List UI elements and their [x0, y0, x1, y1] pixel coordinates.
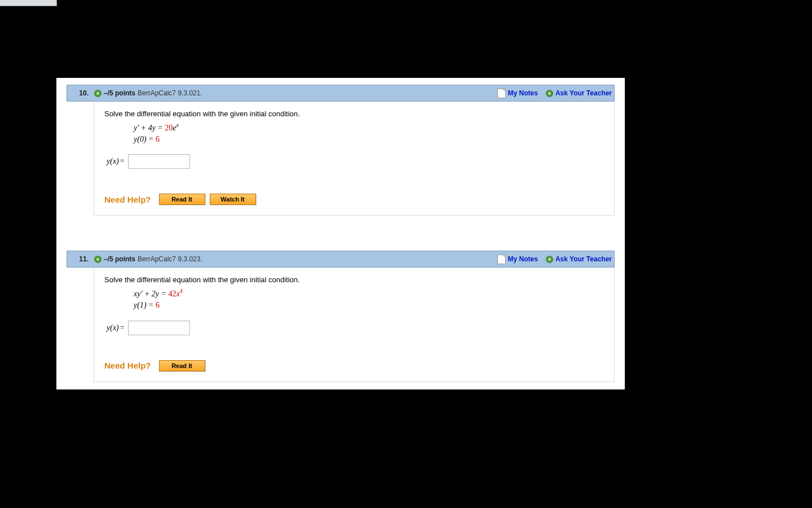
expand-icon[interactable]: + [94, 90, 102, 97]
note-icon[interactable] [497, 89, 506, 98]
need-help-label: Need Help? [104, 195, 151, 204]
read-it-button[interactable]: Read It [159, 360, 205, 371]
eq2-lhs: y(1) = [134, 301, 156, 309]
my-notes-link[interactable]: My Notes [508, 255, 538, 263]
question-number: 11. [67, 255, 90, 263]
question-body: Solve the differential equation with the… [94, 102, 615, 216]
question-instruction: Solve the differential equation with the… [104, 110, 604, 118]
equation-line-2: y(1) = 6 [134, 300, 604, 311]
expand-icon[interactable]: + [94, 256, 102, 263]
question-points: –/5 points [104, 255, 135, 263]
equation-block: y' + 4y = 20ex y(0) = 6 [134, 121, 604, 145]
equation-line-1: y' + 4y = 20ex [134, 121, 604, 134]
my-notes-link[interactable]: My Notes [508, 89, 538, 97]
note-icon[interactable] [497, 255, 506, 264]
question-block-10: 10. + –/5 points BerrApCalc7 9.3.021. My… [67, 85, 615, 216]
answer-input[interactable] [128, 321, 190, 335]
question-body: Solve the differential equation with the… [94, 268, 615, 382]
answer-label: y(x) [107, 323, 119, 332]
read-it-button[interactable]: Read It [159, 194, 205, 205]
eq1-coef: 20 [165, 124, 173, 132]
help-row: Need Help? Read It Watch It [104, 194, 604, 205]
question-reference: BerrApCalc7 9.3.023. [138, 255, 202, 263]
eq2-val: 6 [156, 301, 160, 309]
help-row: Need Help? Read It [104, 360, 604, 371]
question-header: 10. + –/5 points BerrApCalc7 9.3.021. My… [67, 85, 615, 102]
equals-sign: = [120, 157, 125, 166]
question-header: 11. + –/5 points BerrApCalc7 9.3.023. My… [67, 251, 615, 268]
eq2-val: 6 [156, 135, 160, 143]
browser-tab-stub [0, 0, 57, 6]
equals-sign: = [120, 323, 125, 332]
answer-input[interactable] [128, 154, 190, 169]
question-number: 10. [67, 89, 90, 97]
question-instruction: Solve the differential equation with the… [104, 275, 604, 284]
ask-teacher-link[interactable]: Ask Your Teacher [555, 255, 612, 263]
equation-line-1: xy' + 2y = 42x4 [134, 287, 604, 300]
question-points: –/5 points [104, 89, 135, 97]
question-block-11: 11. + –/5 points BerrApCalc7 9.3.023. My… [67, 251, 615, 382]
answer-label: y(x) [107, 157, 119, 166]
content-page: 10. + –/5 points BerrApCalc7 9.3.021. My… [56, 78, 625, 389]
eq1-coef: 42 [169, 290, 176, 298]
eq2-lhs: y(0) = [134, 135, 156, 143]
answer-row: y(x) = [107, 154, 604, 169]
plus-icon[interactable]: + [546, 90, 553, 97]
equation-line-2: y(0) = 6 [134, 134, 604, 145]
equation-block: xy' + 2y = 42x4 y(1) = 6 [134, 287, 604, 311]
need-help-label: Need Help? [104, 361, 151, 370]
ask-teacher-link[interactable]: Ask Your Teacher [555, 89, 612, 97]
answer-row: y(x) = [107, 321, 604, 335]
plus-icon[interactable]: + [546, 256, 553, 263]
eq1-sup: x [176, 122, 179, 128]
question-reference: BerrApCalc7 9.3.021. [138, 89, 202, 97]
eq1-lhs: xy' + 2y = [134, 290, 169, 298]
eq1-sup: 4 [180, 288, 183, 294]
eq1-lhs: y' + 4y = [134, 124, 165, 132]
watch-it-button[interactable]: Watch It [210, 194, 256, 205]
